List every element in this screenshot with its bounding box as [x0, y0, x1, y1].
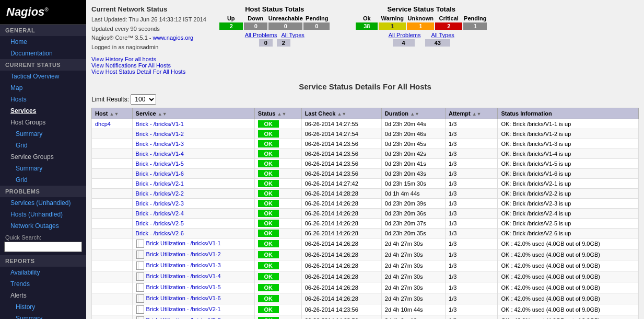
cell-status-info: OK: Brick /bricks/V2-4 is up [498, 209, 639, 219]
cell-status: OK [254, 238, 301, 249]
hs-val-down[interactable]: 0 [244, 22, 267, 30]
col-attempt: Attempt ▲▼ [446, 108, 498, 119]
sidebar-section-problems: Problems [0, 186, 86, 197]
hs-val-unreachable[interactable]: 0 [268, 22, 302, 30]
cell-duration: 0d 23h 20m 37s [381, 219, 445, 229]
hs-label-pending: Pending [304, 15, 330, 21]
sidebar-item-documentation[interactable]: Documentation [0, 48, 86, 59]
cell-host [92, 282, 133, 293]
hs-all-problems-link[interactable]: All Problems [245, 32, 277, 38]
attempt-sort-arrows[interactable]: ▲▼ [472, 111, 482, 117]
hs-all-types-link[interactable]: All Types [281, 32, 304, 38]
sidebar-item-network-outages[interactable]: Network Outages [0, 220, 86, 232]
service-sort-arrows[interactable]: ▲▼ [158, 111, 167, 117]
sidebar-item-servicegroups-grid[interactable]: Grid [0, 174, 86, 186]
limit-results-label: Limit Results: [91, 96, 131, 103]
status-badge: OK [258, 220, 279, 227]
service-link[interactable]: Brick Utilization - /bricks/V1-6 [146, 295, 221, 301]
status-badge: OK [258, 230, 279, 237]
cell-duration: 2d 4h 27m 30s [381, 282, 445, 293]
service-link[interactable]: Brick - /bricks/V2-3 [136, 200, 184, 207]
service-link[interactable]: Brick Utilization - /bricks/V1-5 [146, 284, 221, 290]
service-link[interactable]: Brick Utilization - /bricks/V1-1 [146, 240, 221, 246]
duration-sort-arrows[interactable]: ▲▼ [410, 111, 419, 117]
hs-val-pending[interactable]: 0 [303, 22, 330, 30]
sidebar-item-hostgroups-grid[interactable]: Grid [0, 140, 86, 151]
cell-last-check: 06-26-2014 14:26:28 [301, 282, 381, 293]
col-last-check: Last Check ▲▼ [301, 108, 381, 119]
cell-attempt: 1/3 [446, 169, 498, 179]
view-notifications-link[interactable]: View Notifications For All Hosts [91, 62, 206, 69]
service-link[interactable]: Brick Utilization - /bricks/V2-1 [146, 306, 221, 312]
view-history-link[interactable]: View History For all hosts [91, 56, 206, 62]
cell-duration: 0d 23h 20m 45s [381, 139, 445, 149]
sidebar-item-services[interactable]: Services [0, 105, 86, 117]
cell-service: Brick - /bricks/V1-2 [132, 129, 254, 139]
service-link[interactable]: Brick - /bricks/V1-6 [136, 170, 184, 177]
ss-val-unknown[interactable]: 1 [407, 22, 434, 30]
service-link[interactable]: Brick - /bricks/V1-3 [136, 141, 184, 147]
cell-host [92, 159, 133, 169]
service-link[interactable]: Brick - /bricks/V2-6 [136, 230, 184, 236]
sidebar-item-hostgroups-summary[interactable]: Summary [0, 128, 86, 140]
ss-all-problems-link[interactable]: All Problems [389, 32, 421, 38]
ss-val-critical[interactable]: 2 [435, 22, 462, 30]
ss-all-types-val: 43 [425, 39, 450, 47]
service-link[interactable]: Brick - /bricks/V1-2 [136, 131, 184, 137]
cell-attempt: 1/3 [446, 229, 498, 238]
nagios-url[interactable]: www.nagios.org [153, 35, 194, 41]
sidebar-item-services-unhandled[interactable]: Services (Unhandled) [0, 197, 86, 209]
sidebar-item-trends[interactable]: Trends [0, 278, 86, 290]
view-status-detail-link[interactable]: View Host Status Detail For All Hosts [91, 69, 206, 75]
hs-val-up[interactable]: 2 [219, 22, 243, 30]
ss-val-warning[interactable]: 1 [379, 22, 406, 30]
service-link[interactable]: Brick - /bricks/V2-2 [136, 190, 184, 197]
ss-val-pending[interactable]: 1 [463, 22, 487, 30]
service-link[interactable]: Brick Utilization - /bricks/V2-2 [146, 317, 221, 319]
cell-status: OK [254, 179, 301, 189]
sidebar-item-alerts-summary[interactable]: Summary [0, 313, 86, 319]
status-badge: OK [258, 190, 279, 197]
cell-attempt: 1/3 [446, 189, 498, 199]
sidebar-item-servicegroups-summary[interactable]: Summary [0, 163, 86, 174]
spark-icon [136, 305, 144, 314]
lastcheck-sort-arrows[interactable]: ▲▼ [337, 111, 346, 117]
cell-service: Brick - /bricks/V1-6 [132, 169, 254, 179]
sidebar-item-hosts[interactable]: Hosts [0, 94, 86, 105]
service-link[interactable]: Brick - /bricks/V1-5 [136, 161, 184, 167]
sidebar-item-hosts-unhandled[interactable]: Hosts (Unhandled) [0, 209, 86, 220]
service-link[interactable]: Brick - /bricks/V2-1 [136, 180, 184, 187]
sidebar-item-tactical-overview[interactable]: Tactical Overview [0, 71, 86, 82]
host-sort-arrows[interactable]: ▲▼ [110, 111, 119, 117]
host-status-totals: Host Status Totals Up Down Unreachable P… [215, 5, 335, 47]
status-badge: OK [258, 160, 279, 167]
status-badge: OK [258, 210, 279, 217]
quick-search-input[interactable] [4, 242, 82, 252]
cell-host [92, 139, 133, 149]
quick-search-label: Quick Search: [0, 232, 86, 242]
sidebar-item-map[interactable]: Map [0, 82, 86, 94]
ss-all-types-link[interactable]: All Types [431, 32, 454, 38]
cell-service: Brick - /bricks/V1-3 [132, 139, 254, 149]
service-link[interactable]: Brick Utilization - /bricks/V1-4 [146, 273, 221, 279]
service-link[interactable]: Brick Utilization - /bricks/V1-3 [146, 262, 221, 268]
cell-service: Brick Utilization - /bricks/V1-1 [132, 238, 254, 249]
sidebar-item-availability[interactable]: Availability [0, 267, 86, 278]
service-link[interactable]: Brick - /bricks/V2-4 [136, 210, 184, 217]
status-badge: OK [258, 273, 279, 280]
sidebar-item-home[interactable]: Home [0, 36, 86, 48]
sidebar-item-alerts-history[interactable]: History [0, 301, 86, 313]
service-link[interactable]: Brick - /bricks/V1-1 [136, 121, 184, 127]
service-link[interactable]: Brick - /bricks/V2-5 [136, 220, 184, 226]
cell-last-check: 06-26-2014 14:23:56 [301, 149, 381, 159]
service-link[interactable]: Brick Utilization - /bricks/V1-2 [146, 251, 221, 257]
service-link[interactable]: Brick - /bricks/V1-4 [136, 151, 184, 157]
limit-results-select[interactable]: 25 50 100 200 All [131, 94, 156, 105]
ss-val-ok[interactable]: 38 [356, 22, 378, 30]
status-sort-arrows[interactable]: ▲▼ [277, 111, 287, 117]
cell-duration: 0d 23h 20m 41s [381, 159, 445, 169]
table-row: Brick Utilization - /bricks/V1-6OK06-26-… [92, 293, 639, 304]
cell-attempt: 1/3 [446, 179, 498, 189]
cell-duration: 2d 4h 27m 30s [381, 271, 445, 282]
host-link[interactable]: dhcp4 [95, 121, 111, 127]
